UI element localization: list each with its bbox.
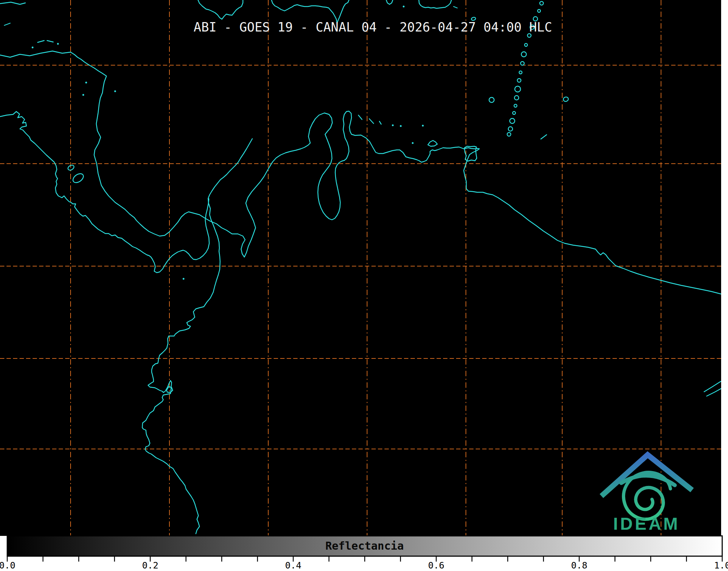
colorbar-tick-label: 0.0 <box>0 560 16 571</box>
islet-dot <box>392 125 394 126</box>
islet-dot <box>114 91 116 92</box>
image-title: ABI - GOES 19 - CANAL 04 - 2026-04-27 04… <box>194 20 552 34</box>
colorbar-tick-label: 0.4 <box>285 560 301 571</box>
islet-dot <box>183 278 185 280</box>
islet-dot <box>400 125 402 127</box>
satellite-image-canvas: ABI - GOES 19 - CANAL 04 - 2026-04-27 04… <box>0 0 728 571</box>
map-background <box>0 0 721 536</box>
colorbar-tick-label: 1.0 <box>714 560 728 571</box>
islet-dot <box>403 6 405 8</box>
colorbar-ticks <box>7 557 722 562</box>
islet-dot <box>32 47 34 49</box>
islet-dot <box>57 43 59 45</box>
colorbar-tick-label: 0.8 <box>571 560 587 571</box>
logo-wordmark: IDEAM <box>613 514 680 533</box>
islet-dot <box>422 125 424 127</box>
colorbar-tick-label: 0.2 <box>142 560 158 571</box>
colorbar-title: Reflectancia <box>325 539 404 552</box>
islet-dot <box>85 82 87 84</box>
islet-dot <box>83 94 84 96</box>
colorbar-tick-label: 0.6 <box>428 560 444 571</box>
islet-dot <box>412 142 414 144</box>
